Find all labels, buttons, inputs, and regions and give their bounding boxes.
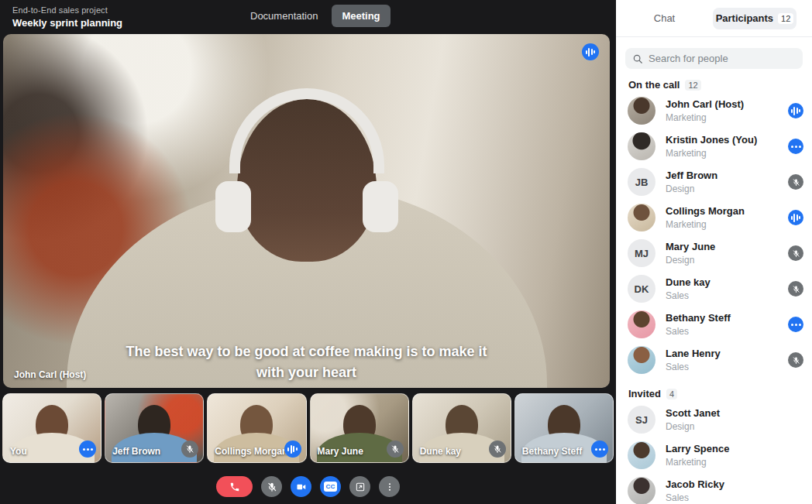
tile-name-label: Collings Morgan bbox=[215, 446, 287, 457]
panel-tabs: Chat Participants 12 bbox=[616, 0, 812, 37]
participant-row[interactable]: DK Dune kaySales bbox=[616, 271, 812, 307]
more-button[interactable] bbox=[379, 476, 400, 497]
participant-name: Jacob Ricky bbox=[666, 478, 803, 490]
participant-role: Marketing bbox=[666, 148, 778, 159]
tab-meeting[interactable]: Meeting bbox=[332, 5, 390, 27]
participant-name: Jeff Brown bbox=[666, 170, 778, 181]
search-box[interactable] bbox=[625, 48, 803, 69]
participant-role: Marketing bbox=[666, 219, 778, 230]
participant-role: Sales bbox=[666, 362, 778, 372]
mic-off-button[interactable] bbox=[261, 476, 282, 497]
avatar-initials: SJ bbox=[628, 406, 655, 434]
speaker-name-label: John Carl (Host) bbox=[14, 369, 86, 380]
search-input[interactable] bbox=[649, 53, 788, 64]
participant-role: Design bbox=[666, 421, 803, 432]
mic-off-icon bbox=[788, 174, 803, 190]
avatar-initials: JB bbox=[628, 168, 655, 196]
project-name: End-to-End sales project bbox=[12, 5, 122, 15]
participant-row[interactable]: John Carl (Host)Marketing bbox=[616, 93, 812, 129]
participant-name: Lane Henry bbox=[666, 348, 778, 359]
end-call-button[interactable] bbox=[216, 476, 253, 497]
video-tile-dune-kay[interactable]: Dune kay bbox=[412, 393, 511, 463]
meeting-app: End-to-End sales project Weekly sprint p… bbox=[0, 0, 812, 504]
meeting-title-block: End-to-End sales project Weekly sprint p… bbox=[12, 5, 122, 29]
camera-button[interactable] bbox=[291, 476, 311, 497]
avatar bbox=[628, 441, 655, 469]
avatar-initials: MJ bbox=[628, 239, 655, 267]
page-title: Weekly sprint planning bbox=[12, 17, 122, 29]
meeting-main-area: End-to-End sales project Weekly sprint p… bbox=[0, 0, 616, 504]
tile-name-label: Bethany Steff bbox=[522, 446, 582, 457]
live-caption: The best way to be good at coffee making… bbox=[121, 341, 493, 383]
headphone-earcup bbox=[215, 181, 251, 232]
on-call-section-heading: On the call 12 bbox=[628, 79, 812, 91]
more-options-icon[interactable] bbox=[79, 441, 96, 458]
invited-row[interactable]: Larry SpenceMarketing bbox=[616, 437, 812, 473]
main-speaker-video[interactable]: The best way to be good at coffee making… bbox=[3, 34, 610, 388]
participant-row[interactable]: Kristin Jones (You)Marketing bbox=[616, 129, 812, 164]
avatar bbox=[628, 310, 655, 338]
participants-count-badge: 12 bbox=[778, 13, 793, 24]
headphones bbox=[229, 88, 384, 173]
avatar bbox=[628, 204, 655, 231]
participant-row[interactable]: Collings MorganMarketing bbox=[616, 200, 812, 235]
participant-name: John Carl (Host) bbox=[666, 98, 778, 110]
participant-row[interactable]: MJ Mary JuneDesign bbox=[616, 235, 812, 271]
participant-role: Sales bbox=[666, 290, 778, 301]
invited-count-badge: 4 bbox=[666, 389, 677, 399]
more-options-icon[interactable] bbox=[788, 139, 803, 154]
participant-row[interactable]: Bethany SteffSales bbox=[616, 307, 812, 342]
participant-name: Larry Spence bbox=[666, 443, 803, 454]
participant-name: Scott Janet bbox=[666, 407, 803, 419]
avatar bbox=[628, 132, 655, 160]
headphone-earcup bbox=[363, 181, 398, 232]
video-tile-you[interactable]: You bbox=[2, 393, 102, 463]
participant-role: Design bbox=[666, 183, 778, 194]
captions-button[interactable]: CC bbox=[320, 476, 341, 497]
tile-name-label: Jeff Brown bbox=[112, 446, 160, 457]
avatar bbox=[628, 346, 655, 374]
search-icon bbox=[632, 53, 643, 64]
video-tile-jeff-brown[interactable]: Jeff Brown bbox=[105, 393, 204, 463]
mic-off-icon bbox=[489, 441, 506, 458]
tab-participants[interactable]: Participants 12 bbox=[713, 8, 797, 29]
tile-name-label: You bbox=[10, 446, 27, 457]
tab-chat[interactable]: Chat bbox=[616, 12, 713, 24]
video-tile-bethany-steff[interactable]: Bethany Steff bbox=[514, 393, 614, 463]
invited-section-heading: Invited 4 bbox=[628, 388, 812, 399]
invited-row[interactable]: SJ Scott JanetDesign bbox=[616, 402, 812, 437]
participant-name: Kristin Jones (You) bbox=[666, 134, 778, 146]
invited-row[interactable]: Jacob RickySales bbox=[616, 473, 812, 504]
participant-row[interactable]: Lane HenrySales bbox=[616, 342, 812, 378]
avatar-initials: DK bbox=[628, 275, 655, 303]
video-tile-mary-june[interactable]: Mary June bbox=[310, 393, 409, 463]
mic-off-icon bbox=[788, 281, 803, 297]
tile-name-label: Mary June bbox=[318, 446, 363, 457]
participant-name: Bethany Steff bbox=[666, 312, 778, 324]
more-options-icon[interactable] bbox=[788, 317, 803, 332]
mic-off-icon bbox=[788, 245, 803, 261]
participant-row[interactable]: JB Jeff BrownDesign bbox=[616, 164, 812, 200]
on-call-count-badge: 12 bbox=[685, 80, 700, 91]
participant-name: Mary June bbox=[666, 241, 778, 252]
participant-name: Collings Morgan bbox=[666, 205, 778, 217]
mic-off-icon bbox=[387, 441, 404, 458]
header-tabs: Documentation Meeting bbox=[250, 4, 391, 27]
tab-documentation[interactable]: Documentation bbox=[250, 10, 318, 22]
speaking-indicator-icon bbox=[788, 103, 803, 118]
participant-name: Dune kay bbox=[666, 276, 778, 288]
invited-title: Invited bbox=[628, 388, 661, 399]
speaking-indicator-icon bbox=[582, 43, 599, 60]
more-options-icon[interactable] bbox=[591, 441, 608, 458]
on-call-title: On the call bbox=[628, 79, 680, 91]
tile-name-label: Dune kay bbox=[420, 446, 461, 457]
speaking-indicator-icon bbox=[788, 210, 803, 225]
share-button[interactable] bbox=[349, 476, 370, 497]
video-tile-collings-morgan[interactable]: Collings Morgan bbox=[207, 393, 306, 463]
participant-role: Sales bbox=[666, 326, 778, 337]
thumbnail-strip: You Jeff Brown Collings Morgan bbox=[2, 393, 614, 463]
tab-participants-label: Participants bbox=[716, 12, 773, 24]
mic-off-icon bbox=[788, 352, 803, 368]
avatar bbox=[628, 97, 655, 125]
speaking-indicator-icon bbox=[284, 441, 301, 458]
